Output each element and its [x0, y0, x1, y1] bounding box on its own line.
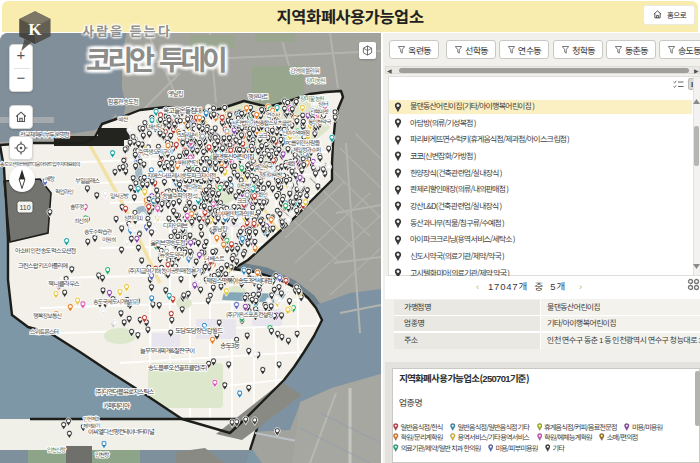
svg-text:늘부부대찌개&철판구이: 늘부부대찌개&철판구이 — [140, 346, 194, 355]
svg-text:장미꽃농원: 장미꽃농원 — [300, 94, 324, 103]
svg-text:카페테리아: 카페테리아 — [103, 400, 130, 410]
svg-text:예화: 예화 — [286, 159, 297, 168]
svg-text:개인과외: 개인과외 — [183, 182, 202, 191]
svg-text:아소비 인천 송도 럭스오션점: 아소비 인천 송도 럭스오션점 — [15, 246, 76, 255]
svg-text:장미농원: 장미농원 — [306, 76, 325, 85]
svg-text:상치이(1): 상치이(1) — [124, 213, 143, 222]
svg-text:송도국제도시개발(유): 송도국제도시개발(유) — [93, 297, 139, 306]
svg-text:행복정보통신: 행복정보통신 — [33, 311, 62, 320]
svg-text:110: 110 — [19, 204, 30, 211]
svg-text:송도오션파크베르디움아파트 입주자대표회의: 송도오션파크베르디움아파트 입주자대표회의 — [0, 160, 81, 167]
svg-text:사단법인가천종합스포츠클럽: 사단법인가천종합스포츠클럽 — [232, 118, 291, 127]
svg-text:(주)가온스포츠컨설팅: (주)가온스포츠컨설팅 — [226, 310, 273, 319]
svg-text:코크: 코크 — [258, 131, 269, 140]
svg-text:이씨엘디선팡컨테이너터미널: 이씨엘디선팡컨테이너터미널 — [88, 427, 155, 436]
svg-text:행운마트: 행운마트 — [248, 92, 269, 101]
svg-text:5.5닭갈비: 5.5닭갈비 — [178, 130, 198, 139]
svg-text:채선당: 채선당 — [148, 122, 163, 131]
svg-text:더 베스트: 더 베스트 — [204, 254, 225, 263]
svg-text:뉴송도약국: 뉴송도약국 — [159, 250, 185, 259]
svg-text:아담방: 아담방 — [237, 181, 252, 190]
svg-text:디자인레브: 디자인레브 — [163, 221, 189, 230]
svg-text:선학마켓: 선학마켓 — [310, 107, 329, 116]
svg-text:혜산: 혜산 — [118, 114, 129, 123]
svg-text:함흥관 송도점: 함흥관 송도점 — [108, 97, 138, 106]
svg-text:올리브영송도점: 올리브영송도점 — [150, 238, 185, 247]
svg-text:K: K — [28, 20, 42, 39]
svg-text:인천항: 인천항 — [95, 450, 110, 459]
svg-text:송도3동: 송도3동 — [220, 340, 241, 350]
svg-text:송별수학의정석: 송별수학의정석 — [162, 191, 198, 200]
svg-text:송도블루오션골프클럽(주): 송도블루오션골프클럽(주) — [148, 363, 207, 372]
svg-text:크린스왑 키즈아틀리에: 크린스왑 키즈아틀리에 — [18, 261, 68, 270]
svg-text:화인: 화인 — [258, 190, 268, 199]
svg-text:김영애 볼라워: 김영애 볼라워 — [290, 66, 319, 75]
svg-text:일식공방: 일식공방 — [110, 191, 130, 200]
svg-text:(주)지금여기해동이공원매점 본가: (주)지금여기해동이공원매점 본가 — [128, 266, 202, 275]
svg-text:흥남집: 흥남집 — [212, 224, 227, 233]
svg-text:수연생오리구이: 수연생오리구이 — [138, 147, 173, 156]
svg-text:에랑: 에랑 — [45, 174, 56, 183]
svg-text:제임스떡볶이송도3언세대점: 제임스떡볶이송도3언세대점 — [206, 275, 273, 285]
svg-text:PC를위한사람들: PC를위한사람들 — [285, 138, 321, 147]
svg-text:옛날집: 옛날집 — [168, 89, 183, 98]
svg-text:이원희: 이원희 — [102, 235, 116, 244]
svg-text:스위트몬스터: 스위트몬스터 — [30, 327, 59, 336]
svg-text:바비런던: 바비런던 — [178, 158, 199, 167]
svg-text:장터아씨방: 장터아씨방 — [259, 170, 283, 179]
svg-text:신여수역매점: 신여수역매점 — [282, 128, 310, 137]
svg-text:잭 니클라우스: 잭 니클라우스 — [48, 279, 80, 288]
svg-text:이재헌치과의원: 이재헌치과의원 — [218, 209, 254, 218]
svg-text:물댄동산어린이집: 물댄동산어린이집 — [212, 151, 254, 161]
svg-text:옥고을온들침대: 옥고을온들침대 — [163, 105, 202, 115]
svg-text:지에스더프레시송도파크자이점: 지에스더프레시송도파크자이점 — [147, 171, 216, 180]
svg-text:(주)디앤더블유로지스틱스: (주)디앤더블유로지스틱스 — [95, 387, 155, 396]
svg-text:부일클래스: 부일클래스 — [75, 176, 101, 185]
svg-text:도담도담장난감월드: 도담도담장난감월드 — [175, 325, 223, 335]
svg-text:동인천약국: 동인천약국 — [308, 117, 332, 126]
svg-text:크크: 크크 — [237, 196, 248, 205]
svg-text:최선희: 최선희 — [74, 216, 88, 225]
svg-text:인천신항: 인천신항 — [47, 445, 67, 454]
svg-text:픽업라인: 픽업라인 — [55, 187, 74, 196]
svg-text:솔뚜껑: 솔뚜껑 — [70, 202, 84, 211]
